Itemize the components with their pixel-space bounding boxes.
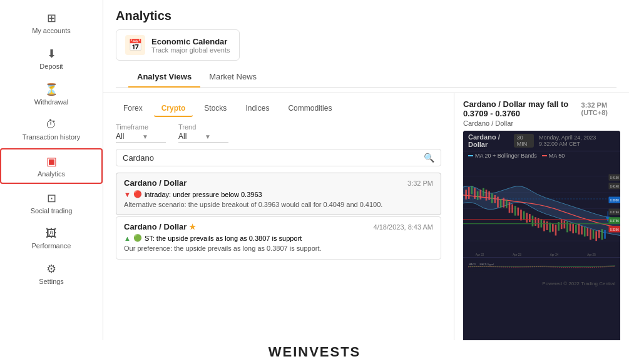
sidebar-item-transaction-history[interactable]: ⏱ Transaction history <box>0 113 103 146</box>
sub-tab-stocks[interactable]: Stocks <box>197 101 234 117</box>
svg-rect-7 <box>468 187 470 199</box>
ec-title: Economic Calendar <box>151 37 230 46</box>
sidebar-item-deposit[interactable]: ⬇ Deposit <box>0 42 103 75</box>
sidebar-item-withdrawal[interactable]: ⏳ Withdrawal <box>0 78 103 111</box>
svg-rect-37 <box>555 225 557 235</box>
tab-market-news[interactable]: Market News <box>200 67 265 88</box>
chart-main-title: Cardano / Dollar may fall to 0.3709 - 0.… <box>463 99 581 118</box>
legend-item-1: MA 20 + Bollinger Bands <box>468 153 537 159</box>
page-title: Analytics <box>116 9 616 23</box>
sub-tab-forex[interactable]: Forex <box>116 101 150 117</box>
analytics-icon: ▣ <box>46 154 57 168</box>
timeframe-select[interactable]: All ▼ <box>116 132 166 143</box>
svg-text:0.4148: 0.4148 <box>610 184 619 188</box>
card-1-title: Cardano / Dollar <box>124 178 187 188</box>
svg-rect-53 <box>601 229 603 240</box>
svg-rect-12 <box>483 188 484 196</box>
svg-rect-8 <box>471 186 473 194</box>
sidebar-label-withdrawal: Withdrawal <box>34 98 68 106</box>
svg-rect-30 <box>534 217 536 226</box>
card-1-signal-icon: 🔴 <box>133 190 142 198</box>
svg-rect-27 <box>526 213 528 223</box>
svg-text:0.3366: 0.3366 <box>610 227 619 231</box>
card-2-title: Cardano / Dollar ★ <box>124 222 196 231</box>
performance-icon: 🖼 <box>46 227 57 240</box>
analysis-list: Cardano / Dollar 3:32 PM ▼ 🔴 intraday: u… <box>116 173 441 260</box>
sidebar-label-social-trading: Social trading <box>31 207 73 215</box>
sidebar-item-social-trading[interactable]: ⊡ Social trading <box>0 186 103 220</box>
svg-text:Apr 24: Apr 24 <box>550 253 559 257</box>
legend-label-2: MA 50 <box>549 153 565 159</box>
search-input[interactable] <box>123 153 420 163</box>
svg-rect-23 <box>514 206 516 216</box>
sub-tab-commodities[interactable]: Commodities <box>280 101 339 117</box>
sidebar-item-analytics[interactable]: ▣ Analytics <box>0 148 103 184</box>
search-bar: 🔍 <box>116 149 441 166</box>
svg-rect-44 <box>575 225 577 233</box>
svg-rect-9 <box>474 188 476 199</box>
sub-tab-indices[interactable]: Indices <box>238 101 277 117</box>
deposit-icon: ⬇ <box>47 47 56 61</box>
sidebar-item-my-accounts[interactable]: ⊞ My accounts <box>0 6 103 39</box>
trend-chevron-icon: ▼ <box>205 133 228 140</box>
svg-text:0.3980: 0.3980 <box>610 198 619 203</box>
card-1-signal-text: intraday: under pressure below 0.3963 <box>145 191 262 198</box>
legend-dot-1 <box>468 155 473 156</box>
search-icon: 🔍 <box>424 153 434 163</box>
right-panel: Cardano / Dollar may fall to 0.3709 - 0.… <box>454 93 629 364</box>
svg-rect-19 <box>503 198 504 208</box>
sidebar-label-settings: Settings <box>39 278 64 285</box>
chart-area: Cardano / Dollar 30 MIN Monday, April 24… <box>463 131 620 358</box>
sidebar-item-performance[interactable]: 🖼 Performance <box>0 222 103 255</box>
economic-calendar-card[interactable]: 📅 Economic Calendar Track major global e… <box>116 29 240 61</box>
main-content: Analytics 📅 Economic Calendar Track majo… <box>103 0 629 364</box>
svg-rect-33 <box>543 220 545 231</box>
card-2-header: Cardano / Dollar ★ 4/18/2023, 8:43 AM <box>124 222 433 231</box>
svg-rect-48 <box>586 228 588 236</box>
main-tabs: Analyst Views Market News <box>116 67 616 88</box>
chart-header-row: Cardano / Dollar 30 MIN Monday, April 24… <box>463 131 620 151</box>
chart-body: 0.4190 0.4148 0.3980 0.3794 0.3756 0.336… <box>463 160 620 288</box>
analysis-card-2[interactable]: Cardano / Dollar ★ 4/18/2023, 8:43 AM ▲ … <box>116 216 441 259</box>
left-panel: Forex Crypto Stocks Indices Commodities <box>103 93 454 364</box>
card-1-header: Cardano / Dollar 3:32 PM <box>124 178 433 188</box>
timeframe-label: Timeframe <box>116 123 166 131</box>
svg-rect-25 <box>520 210 522 220</box>
svg-text:Apr 22: Apr 22 <box>476 253 484 257</box>
svg-rect-54 <box>604 230 606 239</box>
svg-rect-20 <box>506 200 508 208</box>
svg-rect-29 <box>532 216 534 226</box>
ec-subtitle: Track major global events <box>151 46 230 54</box>
sidebar-label-deposit: Deposit <box>39 63 63 70</box>
withdrawal-icon: ⏳ <box>44 83 58 96</box>
chart-date-label: Monday, April 24, 2023 9:32:00 AM CET <box>539 134 615 147</box>
sidebar: ⊞ My accounts ⬇ Deposit ⏳ Withdrawal ⏱ T… <box>0 0 103 364</box>
timeframe-chevron-icon: ▼ <box>142 133 166 140</box>
svg-text:MACD: MACD <box>469 263 476 266</box>
svg-rect-51 <box>595 231 597 241</box>
svg-text:0.4190: 0.4190 <box>610 176 619 180</box>
sidebar-label-transaction-history: Transaction history <box>23 133 81 141</box>
card-2-signal-icon: 🟢 <box>133 234 142 242</box>
sidebar-item-settings[interactable]: ⚙ Settings <box>0 257 103 290</box>
chart-pair-label: Cardano / Dollar <box>468 133 509 148</box>
svg-text:0.3794: 0.3794 <box>610 210 619 215</box>
trend-select[interactable]: All ▼ <box>178 132 228 143</box>
chart-interval-label: 30 MIN <box>514 134 534 148</box>
my-accounts-icon: ⊞ <box>47 11 56 25</box>
svg-rect-36 <box>552 224 554 232</box>
social-trading-icon: ⊡ <box>47 191 56 205</box>
svg-text:Apr 23: Apr 23 <box>513 253 521 257</box>
tab-analyst-views[interactable]: Analyst Views <box>128 67 200 88</box>
svg-rect-41 <box>566 221 568 232</box>
svg-rect-24 <box>518 208 519 216</box>
svg-rect-21 <box>509 202 511 213</box>
filters-row: Timeframe All ▼ Trend All ▼ <box>116 123 441 143</box>
svg-rect-39 <box>561 220 563 230</box>
footer-brand: WEINVESTS <box>103 340 629 364</box>
analysis-card-1[interactable]: Cardano / Dollar 3:32 PM ▼ 🔴 intraday: u… <box>116 173 441 215</box>
svg-rect-46 <box>581 226 583 235</box>
sub-tab-crypto[interactable]: Crypto <box>154 101 193 117</box>
trend-value: All <box>178 132 202 141</box>
svg-rect-17 <box>497 197 499 208</box>
